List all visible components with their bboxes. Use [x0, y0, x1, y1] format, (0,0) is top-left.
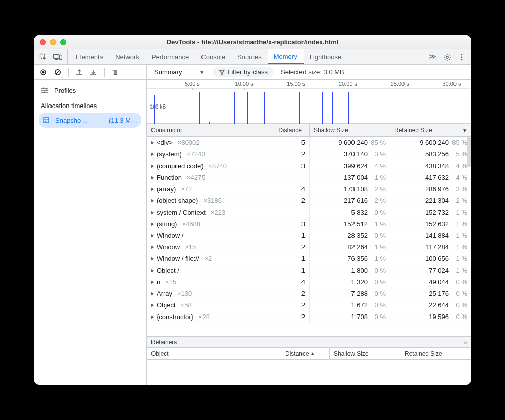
table-row[interactable]: Window×15282 2641 %117 2841 % [147, 241, 471, 253]
tab-lighthouse[interactable]: Lighthouse [304, 49, 348, 64]
profiles-section[interactable]: Profiles [34, 83, 146, 98]
tab-network[interactable]: Network [109, 49, 145, 64]
svg-rect-28 [43, 88, 44, 89]
clear-button[interactable] [51, 66, 64, 79]
distance-cell: 3 [271, 160, 310, 172]
shallow-size-cell: 5 8320 % [310, 206, 390, 218]
close-window-button[interactable] [40, 39, 46, 45]
table-row[interactable]: (system)×72432370 1403 %583 2565 % [147, 148, 471, 160]
settings-gear-icon[interactable] [441, 50, 454, 64]
tab-sources[interactable]: Sources [231, 49, 268, 64]
ret-col-object[interactable]: Object [147, 348, 281, 359]
disclosure-triangle-icon[interactable] [151, 187, 154, 191]
disclosure-triangle-icon[interactable] [151, 164, 154, 168]
garbage-collect-icon[interactable] [109, 66, 122, 79]
table-row[interactable]: (compiled code)×87403399 6244 %438 3484 … [147, 160, 471, 172]
shallow-size-cell: 28 3520 % [310, 230, 390, 241]
table-row[interactable]: (string)×46883152 5121 %152 6321 % [147, 218, 471, 230]
snapshot-size: (11.3 M… [109, 117, 137, 124]
retained-size-cell: 19 5960 % [390, 311, 471, 323]
traffic-lights [34, 39, 66, 45]
shallow-size-cell: 1 8000 % [310, 265, 390, 276]
disclosure-triangle-icon[interactable] [151, 234, 154, 238]
export-icon[interactable] [73, 66, 86, 79]
table-row[interactable]: Object /11 8000 %77 0241 % [147, 265, 471, 276]
inspect-element-icon[interactable] [37, 50, 50, 64]
zoom-window-button[interactable] [60, 39, 66, 45]
class-filter-input[interactable]: Filter by class [213, 67, 274, 77]
disclosure-triangle-icon[interactable] [151, 152, 154, 156]
table-row[interactable]: (array)×724173 1082 %286 9763 % [147, 183, 471, 195]
table-row[interactable]: {constructor}×2821 7080 %19 5960 % [147, 311, 471, 323]
table-row[interactable]: Object×5821 6720 %22 6440 % [147, 299, 471, 311]
disclosure-triangle-icon[interactable] [151, 303, 154, 307]
tab-performance[interactable]: Performance [145, 49, 195, 64]
disclosure-triangle-icon[interactable] [151, 176, 154, 180]
more-tabs-button[interactable]: ≫ [426, 49, 439, 63]
profiles-sidebar: Profiles Allocation timelines Snapsho… (… [34, 80, 147, 385]
disclosure-triangle-icon[interactable] [151, 315, 154, 319]
minimize-window-button[interactable] [50, 39, 56, 45]
instance-count: ×58 [179, 301, 192, 309]
view-mode-select[interactable]: Summary ▼ [152, 67, 206, 77]
table-row[interactable]: Window /128 3520 %141 8841 % [147, 230, 471, 241]
disclosure-triangle-icon[interactable] [151, 257, 154, 261]
kebab-menu-icon[interactable] [455, 50, 468, 64]
table-row[interactable]: <div>×8000259 600 24085 %9 600 24085 % [147, 137, 471, 148]
ret-col-shallow[interactable]: Shallow Size [330, 348, 400, 359]
table-row[interactable]: Array×13027 2880 %25 1760 % [147, 288, 471, 299]
filter-icon [219, 69, 225, 75]
ret-col-distance[interactable]: Distance▲ [281, 348, 330, 359]
disclosure-triangle-icon[interactable] [151, 269, 154, 273]
disclosure-triangle-icon[interactable] [151, 211, 154, 215]
disclosure-triangle-icon[interactable] [151, 222, 154, 226]
scrollbar-thumb[interactable] [467, 137, 471, 167]
shallow-size-cell: 1 6720 % [310, 299, 390, 311]
svg-rect-3 [60, 55, 62, 59]
ret-col-retained[interactable]: Retained Size [400, 348, 471, 359]
disclosure-triangle-icon[interactable] [151, 280, 154, 284]
table-row[interactable]: Window / file://×2176 3561 %100 6561 % [147, 253, 471, 265]
tab-memory[interactable]: Memory [268, 49, 304, 64]
svg-rect-31 [44, 118, 49, 123]
table-row[interactable]: system / Context×223–5 8320 %152 7321 % [147, 206, 471, 218]
constructor-name: Function [157, 174, 182, 181]
table-row[interactable]: Function×4275–137 0041 %417 6324 % [147, 172, 471, 183]
col-shallow-size[interactable]: Shallow Size [310, 124, 390, 136]
retained-size-cell: 152 6321 % [390, 218, 471, 230]
disclosure-triangle-icon[interactable] [151, 292, 154, 296]
distance-cell: 2 [271, 195, 310, 206]
instance-count: ×15 [163, 278, 176, 286]
table-row[interactable]: n×1541 3200 %49 0440 % [147, 276, 471, 288]
disclosure-triangle-icon[interactable] [151, 199, 154, 203]
col-constructor[interactable]: Constructor [147, 124, 271, 136]
svg-point-14 [461, 56, 463, 58]
import-icon[interactable] [87, 66, 100, 79]
shallow-size-cell: 1 3200 % [310, 276, 390, 288]
svg-line-9 [445, 55, 446, 56]
pane-menu-icon[interactable]: ≡ [464, 339, 467, 346]
instance-count: ×28 [196, 313, 210, 321]
tab-elements[interactable]: Elements [70, 49, 109, 64]
snapshot-item[interactable]: Snapsho… (11.3 M… [39, 113, 141, 128]
tab-console[interactable]: Console [195, 49, 231, 64]
allocation-timeline[interactable]: 5.00 s10.00 s15.00 s20.00 s25.00 s30.00 … [147, 80, 471, 124]
constructors-table: Constructor Distance Shallow Size Retain… [147, 124, 471, 336]
col-retained-size[interactable]: Retained Size ▼ [390, 124, 471, 136]
col-distance[interactable]: Distance [271, 124, 310, 136]
disclosure-triangle-icon[interactable] [151, 141, 154, 145]
svg-point-17 [42, 71, 45, 73]
allocation-timelines-heading: Allocation timelines [34, 98, 146, 113]
constructor-name: Window [157, 243, 180, 251]
timeline-y-label: 102 kB [149, 104, 167, 110]
distance-cell: – [271, 206, 310, 218]
table-body[interactable]: <div>×8000259 600 24085 %9 600 24085 %(s… [147, 137, 471, 336]
disclosure-triangle-icon[interactable] [151, 245, 154, 249]
allocation-spike [154, 95, 155, 124]
table-row[interactable]: (object shape)×31862217 6162 %221 3042 % [147, 195, 471, 206]
device-toolbar-icon[interactable] [51, 50, 64, 64]
profiles-label: Profiles [54, 87, 76, 94]
view-mode-label: Summary [154, 68, 182, 76]
selected-size-label: Selected size: 3.0 MB [281, 68, 344, 76]
record-button[interactable] [37, 66, 50, 79]
